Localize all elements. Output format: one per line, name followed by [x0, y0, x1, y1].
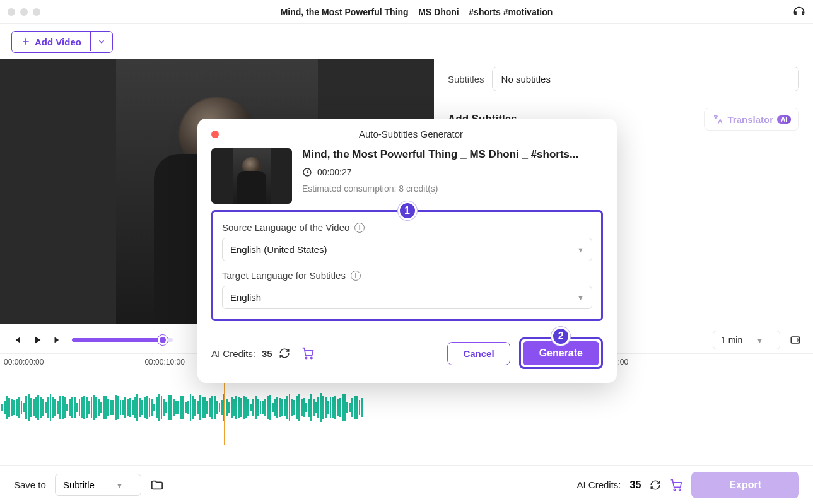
minimize-window-icon[interactable]	[20, 8, 28, 16]
next-frame-button[interactable]	[52, 334, 63, 346]
info-icon[interactable]: i	[351, 271, 361, 281]
clock-icon	[302, 167, 312, 177]
chevron-down-icon	[97, 37, 106, 46]
toolbar: Add Video	[0, 24, 813, 59]
refresh-credits-button[interactable]	[650, 479, 661, 491]
translator-label: Translator	[727, 114, 773, 125]
modal-consumption: Estimated consumption: 8 credit(s)	[302, 184, 603, 194]
step-2-badge: 2	[551, 327, 570, 346]
add-video-dropdown[interactable]	[90, 32, 112, 51]
translator-button[interactable]: Translator AI	[704, 108, 799, 131]
save-to-value: Subtitle	[63, 479, 95, 490]
target-language-value: English	[230, 292, 261, 303]
modal-video-title: Mind, the Most Powerful Thing _ MS Dhoni…	[302, 148, 603, 161]
window-controls	[8, 8, 40, 16]
save-to-label: Save to	[14, 479, 46, 490]
ai-badge: AI	[777, 115, 791, 124]
time-mark: 00:00:10:00	[144, 358, 184, 366]
prev-frame-button[interactable]	[11, 334, 23, 346]
language-selection-box: 1 Source Language of the Video i English…	[211, 210, 603, 321]
target-language-select[interactable]: English ▼	[222, 286, 592, 309]
cancel-button[interactable]: Cancel	[447, 342, 510, 365]
export-button[interactable]: Export	[691, 472, 799, 498]
support-icon[interactable]	[793, 6, 805, 18]
source-language-select[interactable]: English (United States) ▼	[222, 238, 592, 261]
chevron-down-icon: ▼	[577, 294, 584, 302]
credits-label: AI Credits:	[577, 479, 621, 490]
add-video-button-group: Add Video	[11, 31, 113, 53]
chevron-down-icon: ▼	[577, 246, 584, 254]
step-1-badge: 1	[398, 201, 417, 220]
source-language-label: Source Language of the Video i	[222, 222, 592, 233]
save-to-select[interactable]: Subtitle ▼	[55, 474, 141, 496]
credits-value: 35	[630, 479, 641, 491]
modal-credits-value: 35	[262, 348, 272, 359]
auto-subtitles-modal: Auto-Subtitles Generator Mind, the Most …	[197, 119, 617, 383]
maximize-window-icon[interactable]	[33, 8, 40, 16]
subtitles-label: Subtitles	[448, 74, 484, 85]
plus-icon	[21, 37, 31, 47]
svg-point-4	[305, 357, 307, 359]
subtitles-select[interactable]: No subtitles	[492, 67, 799, 91]
window-title: Mind, the Most Powerful Thing _ MS Dhoni…	[40, 7, 793, 17]
titlebar: Mind, the Most Powerful Thing _ MS Dhoni…	[0, 0, 813, 24]
modal-buy-credits-button[interactable]	[301, 347, 314, 360]
modal-refresh-credits-button[interactable]	[279, 348, 290, 359]
svg-point-5	[310, 357, 312, 359]
subtitles-value: No subtitles	[501, 74, 551, 85]
progress-thumb[interactable]	[158, 335, 168, 345]
close-window-icon[interactable]	[8, 8, 15, 16]
modal-close-button[interactable]	[211, 131, 219, 138]
info-icon[interactable]: i	[354, 223, 365, 233]
modal-duration: 00:00:27	[317, 167, 352, 177]
zoom-value: 1 min	[721, 335, 742, 345]
translate-icon	[712, 114, 723, 125]
target-language-label: Target Language for Subtitles i	[222, 270, 592, 281]
open-folder-button[interactable]	[150, 478, 164, 492]
svg-point-2	[679, 489, 681, 491]
add-video-button[interactable]: Add Video	[12, 32, 90, 52]
modal-title: Auto-Subtitles Generator	[219, 129, 603, 139]
modal-credits-label: AI Credits:	[211, 348, 255, 359]
progress-slider[interactable]	[72, 338, 173, 342]
source-language-value: English (United States)	[230, 244, 327, 255]
expand-timeline-button[interactable]	[789, 334, 802, 346]
generate-button-highlight: 2 Generate	[519, 337, 603, 369]
add-video-label: Add Video	[35, 37, 81, 47]
modal-video-thumbnail	[211, 148, 292, 204]
svg-point-1	[674, 489, 676, 491]
zoom-select[interactable]: 1 min ▼	[713, 331, 780, 349]
audio-waveform[interactable]	[0, 391, 813, 424]
buy-credits-button[interactable]	[670, 479, 682, 491]
time-mark: 00:00:00:00	[4, 358, 44, 366]
bottombar: Save to Subtitle ▼ AI Credits: 35 Export	[0, 465, 813, 504]
play-button[interactable]	[32, 334, 43, 346]
